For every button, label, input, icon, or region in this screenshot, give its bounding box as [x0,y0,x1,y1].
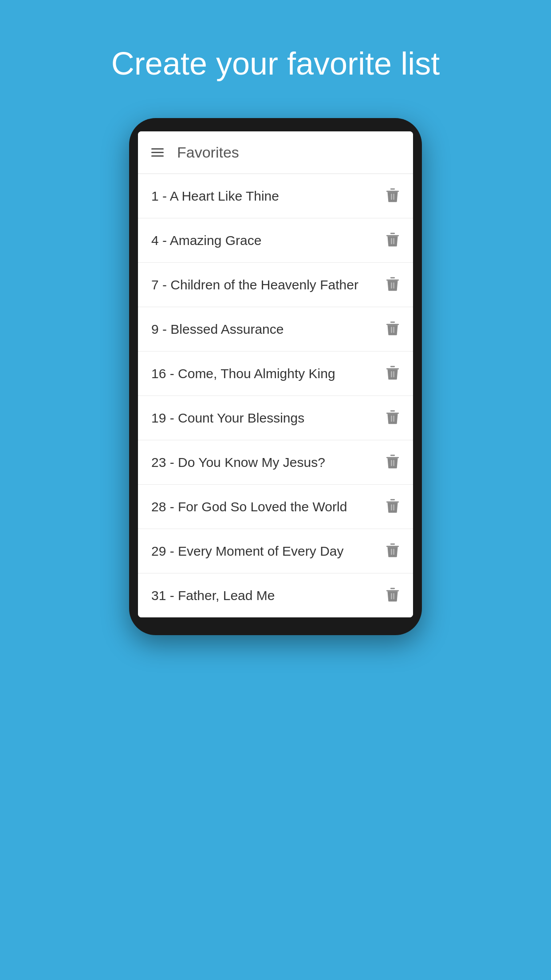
svg-rect-30 [391,505,392,511]
svg-rect-29 [390,499,395,501]
svg-rect-14 [391,327,392,333]
svg-rect-17 [390,366,395,368]
svg-rect-21 [390,411,395,412]
svg-rect-20 [386,413,399,414]
svg-rect-5 [390,233,395,234]
svg-rect-8 [386,280,399,281]
app-title: Favorites [177,144,239,161]
trash-icon [386,276,400,292]
item-label: 28 - For God So Loved the World [151,499,347,514]
delete-button[interactable] [386,232,400,249]
svg-rect-9 [390,277,395,279]
svg-rect-38 [391,593,392,600]
item-label: 19 - Count Your Blessings [151,411,304,426]
list-item[interactable]: 19 - Count Your Blessings [138,396,413,440]
svg-rect-4 [386,235,399,237]
svg-rect-0 [386,191,399,192]
svg-rect-6 [391,238,392,245]
delete-button[interactable] [386,454,400,471]
list-item[interactable]: 4 - Amazing Grace [138,218,413,263]
trash-icon [386,409,400,425]
svg-rect-7 [393,238,394,245]
svg-rect-27 [393,460,394,466]
page-title: Create your favorite list [85,44,466,83]
svg-rect-33 [390,544,395,545]
svg-rect-32 [386,546,399,547]
trash-icon [386,454,400,470]
list-item[interactable]: 28 - For God So Loved the World [138,485,413,529]
svg-rect-10 [391,283,392,289]
menu-button[interactable] [151,148,164,157]
delete-button[interactable] [386,365,400,382]
svg-rect-16 [386,368,399,370]
svg-rect-15 [393,327,394,333]
item-label: 4 - Amazing Grace [151,233,261,248]
delete-button[interactable] [386,587,400,604]
svg-rect-34 [391,549,392,555]
trash-icon [386,542,400,558]
delete-button[interactable] [386,542,400,560]
app-header: Favorites [138,131,413,174]
trash-icon [386,365,400,381]
trash-icon [386,187,400,203]
list-item[interactable]: 9 - Blessed Assurance [138,307,413,352]
svg-rect-37 [390,588,395,589]
trash-icon [386,587,400,603]
list-item[interactable]: 31 - Father, Lead Me [138,573,413,617]
delete-button[interactable] [386,276,400,293]
svg-rect-1 [390,189,395,190]
phone-device: Favorites 1 - A Heart Like Thine 4 - Ama… [129,118,422,635]
list-item[interactable]: 16 - Come, Thou Almighty King [138,352,413,396]
svg-rect-19 [393,371,394,378]
svg-rect-31 [393,505,394,511]
svg-rect-11 [393,283,394,289]
svg-rect-12 [386,324,399,325]
item-label: 16 - Come, Thou Almighty King [151,366,335,381]
list-item[interactable]: 29 - Every Moment of Every Day [138,529,413,573]
delete-button[interactable] [386,409,400,427]
list-item[interactable]: 7 - Children of the Heavenly Father [138,263,413,307]
item-label: 23 - Do You Know My Jesus? [151,455,325,470]
item-label: 7 - Children of the Heavenly Father [151,277,358,292]
svg-rect-25 [390,455,395,456]
svg-rect-39 [393,593,394,600]
item-label: 9 - Blessed Assurance [151,322,284,337]
item-label: 31 - Father, Lead Me [151,588,275,603]
item-label: 29 - Every Moment of Every Day [151,544,343,559]
svg-rect-24 [386,457,399,458]
delete-button[interactable] [386,187,400,205]
svg-rect-22 [391,416,392,422]
svg-rect-23 [393,416,394,422]
svg-rect-36 [386,590,399,592]
favorites-list: 1 - A Heart Like Thine 4 - Amazing Grace… [138,174,413,617]
svg-rect-13 [390,322,395,323]
svg-rect-2 [391,194,392,200]
trash-icon [386,320,400,336]
svg-rect-3 [393,194,394,200]
list-item[interactable]: 23 - Do You Know My Jesus? [138,440,413,485]
svg-rect-18 [391,371,392,378]
svg-rect-26 [391,460,392,466]
delete-button[interactable] [386,498,400,515]
item-label: 1 - A Heart Like Thine [151,189,279,204]
svg-rect-28 [386,502,399,503]
trash-icon [386,232,400,248]
trash-icon [386,498,400,514]
delete-button[interactable] [386,320,400,338]
svg-rect-35 [393,549,394,555]
phone-screen: Favorites 1 - A Heart Like Thine 4 - Ama… [138,131,413,617]
list-item[interactable]: 1 - A Heart Like Thine [138,174,413,218]
